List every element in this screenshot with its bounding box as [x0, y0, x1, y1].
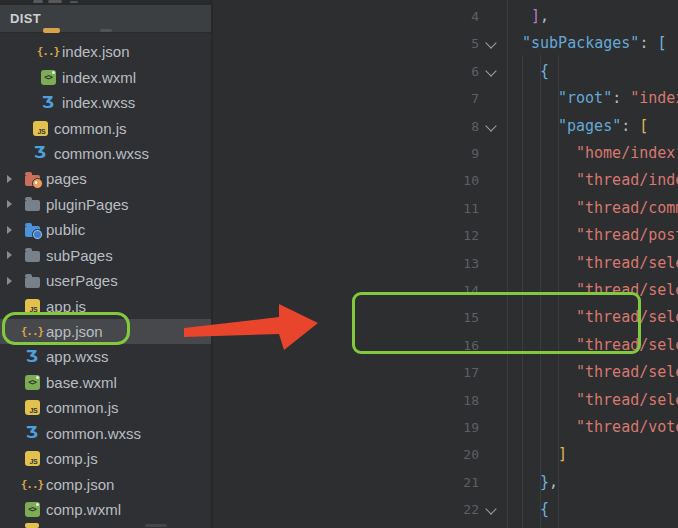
tree-item-label: public	[46, 221, 85, 238]
tree-item-label: comp.json	[46, 476, 114, 493]
code-line-13[interactable]: "thread/selectAt/index",	[504, 250, 678, 277]
tree-item-label: pages	[46, 170, 87, 187]
tree-item-index.json[interactable]: {..}index.json	[0, 39, 211, 64]
line-number: 13	[441, 250, 479, 277]
clipped-text-fragment	[48, 0, 62, 3]
code-line-7[interactable]: "root": "indexPages",	[504, 85, 678, 112]
code-line-12[interactable]: "thread/post/index",	[504, 222, 678, 249]
clipped-folder-icon	[43, 28, 60, 33]
line-number: 17	[441, 359, 479, 386]
line-number: 15	[441, 304, 479, 331]
fold-chevron-icon[interactable]	[485, 504, 496, 515]
expand-arrow-icon[interactable]	[7, 200, 12, 208]
stylesheet-file-icon: Ʒ	[24, 425, 40, 441]
tree-item-label: app.json	[46, 323, 103, 340]
fold-chevron-icon[interactable]	[485, 120, 496, 131]
tree-item-public[interactable]: public	[0, 217, 211, 242]
fold-chevron-icon[interactable]	[485, 38, 496, 49]
tree-item-common.wxss[interactable]: Ʒcommon.wxss	[0, 421, 211, 446]
tree-item-pluginPages[interactable]: pluginPages	[0, 192, 211, 217]
code-line-8[interactable]: "pages": [	[504, 113, 648, 140]
markup-file-icon: <>	[40, 69, 56, 85]
code-line-11[interactable]: "thread/comment/index",	[504, 195, 678, 222]
code-line-5[interactable]: "subPackages": [	[504, 30, 667, 57]
line-number: 4	[441, 3, 479, 30]
tree-item-label: userPages	[46, 272, 118, 289]
tree-item-app.js[interactable]: JSapp.js	[0, 293, 211, 318]
panel-separator[interactable]	[211, 0, 213, 528]
clipped-text-fragment	[100, 29, 112, 32]
tree-item-app.json[interactable]: {..}app.json	[0, 319, 211, 344]
expand-arrow-icon[interactable]	[7, 175, 12, 183]
tree-item-subPages[interactable]: subPages	[0, 243, 211, 268]
code-line-19[interactable]: "thread/voteEditor/index"	[504, 414, 678, 441]
tree-item-common.wxss[interactable]: Ʒcommon.wxss	[0, 141, 211, 166]
line-number: 8	[441, 113, 479, 140]
project-tree-panel: DIST {..}index.json<>index.wxmlƷindex.wx…	[0, 0, 211, 528]
line-number: 7	[441, 85, 479, 112]
folder-icon	[24, 247, 40, 263]
tree-item-label: app.wxss	[46, 348, 109, 365]
code-line-4[interactable]: ],	[504, 3, 549, 30]
line-number: 11	[441, 195, 479, 222]
tree-item-comp.json[interactable]: {..}comp.json	[0, 471, 211, 496]
javascript-file-icon: JS	[24, 400, 40, 416]
line-number: 12	[441, 222, 479, 249]
tree-item-comp.js[interactable]: JScomp.js	[0, 446, 211, 471]
tree-item-userPages[interactable]: userPages	[0, 268, 211, 293]
expand-arrow-icon[interactable]	[7, 226, 12, 234]
tree-item-app.wxss[interactable]: Ʒapp.wxss	[0, 344, 211, 369]
line-number: 5	[441, 30, 479, 57]
tree-item-label: index.json	[62, 43, 130, 60]
clipped-text-fragment	[145, 524, 167, 527]
tree-item-label: common.js	[46, 399, 119, 416]
code-line-15[interactable]: "thread/selectProduct/index",	[504, 304, 678, 331]
pages-folder-icon	[24, 171, 40, 187]
code-line-6[interactable]: {	[504, 58, 549, 85]
stylesheet-file-icon: Ʒ	[32, 145, 48, 161]
code-line-16[interactable]: "thread/selectRedpacket/index",	[504, 332, 678, 359]
tree-item-label: common.wxss	[46, 425, 141, 442]
folder-icon	[24, 196, 40, 212]
line-number: 21	[441, 469, 479, 496]
stylesheet-file-icon: Ʒ	[24, 349, 40, 365]
folder-icon	[24, 273, 40, 289]
code-line-18[interactable]: "thread/selectPayment/index",	[504, 387, 678, 414]
code-line-20[interactable]: ]	[504, 441, 567, 468]
code-line-10[interactable]: "thread/index",	[504, 167, 678, 194]
line-number: 20	[441, 441, 479, 468]
tree-item-comp.wxml[interactable]: <>comp.wxml	[0, 497, 211, 522]
tree-item-index.wxss[interactable]: Ʒindex.wxss	[0, 90, 211, 115]
code-line-17[interactable]: "thread/selectReward/index",	[504, 359, 678, 386]
line-number: 22	[441, 496, 479, 523]
code-line-21[interactable]: },	[504, 469, 558, 496]
code-line-22[interactable]: {	[504, 496, 549, 523]
clipped-text-fragment	[33, 0, 43, 3]
fold-chevron-icon[interactable]	[485, 65, 496, 76]
expand-arrow-icon[interactable]	[7, 251, 12, 259]
stylesheet-file-icon: Ʒ	[40, 95, 56, 111]
tree-item-label: comp.wxml	[46, 501, 121, 518]
code-line-9[interactable]: "home/index",	[504, 140, 678, 167]
javascript-file-icon: JS	[24, 298, 40, 314]
line-number: 9	[441, 140, 479, 167]
json-file-icon: {..}	[24, 324, 40, 340]
markup-file-icon: <>	[24, 502, 40, 518]
tree-item-common.js[interactable]: JScommon.js	[0, 115, 211, 140]
json-file-icon: {..}	[24, 476, 40, 492]
markup-file-icon: <>	[24, 374, 40, 390]
code-editor: 4],5"subPackages": [6{7"root": "indexPag…	[213, 0, 678, 528]
ide-window: 4],5"subPackages": [6{7"root": "indexPag…	[0, 0, 678, 528]
expand-arrow-icon[interactable]	[7, 277, 12, 285]
tree-item-common.js[interactable]: JScommon.js	[0, 395, 211, 420]
tree-item-label: common.js	[54, 120, 127, 137]
code-line-14[interactable]: "thread/selectTopic/index",	[504, 277, 678, 304]
tree-item-base.wxml[interactable]: <>base.wxml	[0, 370, 211, 395]
line-number: 6	[441, 58, 479, 85]
tree-item-pages[interactable]: pages	[0, 166, 211, 191]
tree-item-index.wxml[interactable]: <>index.wxml	[0, 64, 211, 89]
line-number: 23	[441, 524, 479, 528]
code-line-23[interactable]: "root": "subPages"	[504, 524, 678, 528]
javascript-file-icon: JS	[24, 451, 40, 467]
line-number: 14	[441, 277, 479, 304]
